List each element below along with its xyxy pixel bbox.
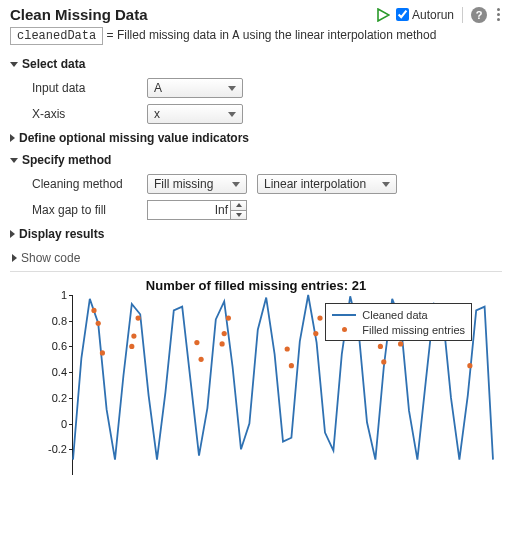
spinner-down[interactable]	[231, 211, 246, 220]
chevron-down-icon	[228, 86, 236, 91]
select-interpolation[interactable]: Linear interpolation	[257, 174, 397, 194]
y-tick-label: 0.2	[52, 392, 67, 404]
equation-row: cleanedData = Filled missing data in A u…	[0, 25, 512, 53]
series-point	[199, 357, 204, 362]
section-select-data[interactable]: Select data	[10, 53, 502, 75]
spinner-buttons[interactable]	[230, 201, 246, 219]
output-variable[interactable]: cleanedData	[10, 27, 103, 45]
desc-suffix: using the linear interpolation method	[240, 28, 437, 42]
series-point	[222, 331, 227, 336]
series-point	[100, 350, 105, 355]
label-x-axis: X-axis	[32, 107, 137, 121]
chart-title: Number of filled missing entries: 21	[16, 276, 496, 295]
equals-sign: =	[107, 28, 114, 42]
run-icon[interactable]	[376, 8, 390, 22]
autorun-input[interactable]	[396, 8, 409, 21]
caret-right-icon	[12, 254, 17, 262]
plot-wrap: Cleaned data Filled missing entries -0.2…	[72, 295, 496, 475]
section-specify-method[interactable]: Specify method	[10, 149, 502, 171]
plot: Cleaned data Filled missing entries -0.2…	[72, 295, 492, 475]
legend-text: Cleaned data	[362, 309, 427, 321]
y-tick-label: -0.2	[48, 443, 67, 455]
menu-icon[interactable]	[493, 6, 504, 23]
series-point	[91, 308, 96, 313]
select-input-data[interactable]: A	[147, 78, 243, 98]
series-point	[467, 363, 472, 368]
select-x-axis[interactable]: x	[147, 104, 243, 124]
y-tick-label: 0.4	[52, 366, 67, 378]
series-point	[194, 340, 199, 345]
select-cleaning-method[interactable]: Fill missing	[147, 174, 247, 194]
section-label: Select data	[22, 57, 85, 71]
series-point	[129, 344, 134, 349]
select-value: A	[154, 81, 162, 95]
series-point	[289, 363, 294, 368]
desc-prefix: Filled missing data in	[117, 28, 232, 42]
caret-down-icon	[10, 62, 18, 67]
y-tick-label: 0.8	[52, 315, 67, 327]
desc-var: A	[232, 29, 239, 43]
section-label: Show code	[21, 251, 80, 265]
autorun-checkbox[interactable]: Autorun	[396, 8, 454, 22]
panel-body: Select data Input data A X-axis x Define…	[0, 53, 512, 486]
section-label: Define optional missing value indicators	[19, 131, 249, 145]
section-display-results[interactable]: Display results	[10, 223, 502, 245]
row-input-data: Input data A	[10, 75, 502, 101]
series-point	[285, 346, 290, 351]
help-icon[interactable]: ?	[471, 7, 487, 23]
series-point	[136, 316, 141, 321]
panel-header: Clean Missing Data Autorun ?	[0, 0, 512, 25]
legend-entry-cleaned: Cleaned data	[332, 307, 465, 322]
panel-title: Clean Missing Data	[10, 6, 376, 23]
y-tick-label: 0.6	[52, 340, 67, 352]
section-label: Specify method	[22, 153, 111, 167]
series-point	[378, 344, 383, 349]
caret-right-icon	[10, 134, 15, 142]
section-label: Display results	[19, 227, 104, 241]
chevron-down-icon	[232, 182, 240, 187]
select-value: Fill missing	[154, 177, 213, 191]
series-point	[313, 331, 318, 336]
label-max-gap: Max gap to fill	[32, 203, 137, 217]
header-controls: Autorun ?	[376, 6, 504, 23]
y-tick-label: 1	[61, 289, 67, 301]
section-show-code[interactable]: Show code	[10, 245, 502, 272]
autorun-label: Autorun	[412, 8, 454, 22]
label-input-data: Input data	[32, 81, 137, 95]
y-tick-label: 0	[61, 418, 67, 430]
caret-right-icon	[10, 230, 15, 238]
legend-line-icon	[332, 314, 356, 316]
row-max-gap: Max gap to fill Inf	[10, 197, 502, 223]
label-cleaning-method: Cleaning method	[32, 177, 137, 191]
section-missing-indicators[interactable]: Define optional missing value indicators	[10, 127, 502, 149]
row-x-axis: X-axis x	[10, 101, 502, 127]
legend-text: Filled missing entries	[362, 324, 465, 336]
chevron-down-icon	[382, 182, 390, 187]
series-point	[131, 334, 136, 339]
row-cleaning-method: Cleaning method Fill missing Linear inte…	[10, 171, 502, 197]
svg-marker-0	[378, 9, 389, 21]
legend-dot-icon	[332, 327, 356, 332]
series-point	[381, 359, 386, 364]
series-point	[226, 316, 231, 321]
input-max-gap[interactable]: Inf	[147, 200, 247, 220]
chart-area: Number of filled missing entries: 21 Cle…	[10, 276, 502, 486]
chevron-down-icon	[228, 112, 236, 117]
spinner-up[interactable]	[231, 201, 246, 211]
spinner-value: Inf	[215, 203, 228, 217]
caret-down-icon	[10, 158, 18, 163]
series-point	[317, 316, 322, 321]
chart-legend: Cleaned data Filled missing entries	[325, 303, 472, 341]
separator	[462, 7, 463, 23]
series-point	[220, 341, 225, 346]
select-value: x	[154, 107, 160, 121]
legend-entry-filled: Filled missing entries	[332, 322, 465, 337]
select-value: Linear interpolation	[264, 177, 366, 191]
series-point	[96, 321, 101, 326]
series-point	[398, 341, 403, 346]
